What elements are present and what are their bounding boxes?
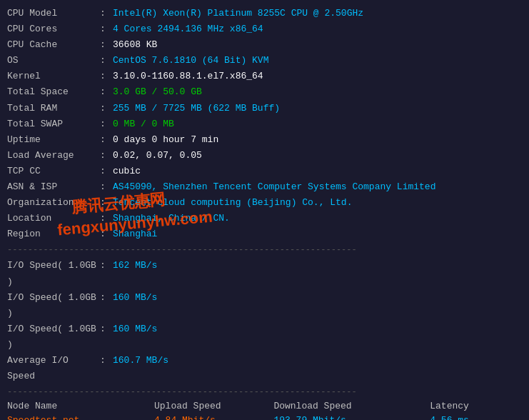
region-value: Shanghai xyxy=(113,226,522,242)
io1-value: 162 MB/s xyxy=(113,258,522,289)
uptime-label: Uptime xyxy=(7,132,100,148)
location-value: Shanghai, China / CN. xyxy=(113,211,522,226)
region-row: Region : Shanghai xyxy=(7,226,522,242)
total-space-label: Total Space xyxy=(7,84,100,100)
col-header-upload: Upload Speed xyxy=(154,400,273,412)
col-header-download: Download Speed xyxy=(273,400,430,412)
io2-row: I/O Speed( 1.0GB ) : 160 MB/s xyxy=(7,290,522,321)
cpu-cores-value: 4 Cores 2494.136 MHz x86_64 xyxy=(113,21,522,37)
tcp-cc-row: TCP CC : cubic xyxy=(7,164,522,179)
cpu-model-value: Intel(R) Xeon(R) Platinum 8255C CPU @ 2.… xyxy=(113,6,522,21)
io3-row: I/O Speed( 1.0GB ) : 160 MB/s xyxy=(7,321,522,353)
col-header-latency: Latency xyxy=(430,400,522,412)
table-row: Speedtest.net 4.84 Mbit/s 193.79 Mbit/s … xyxy=(7,412,522,420)
org-value: Tencent cloud computing (Beijing) Co., L… xyxy=(113,195,522,211)
asn-isp-row: ASN & ISP : AS45090, Shenzhen Tencent Co… xyxy=(7,179,522,195)
total-swap-value: 0 MB / 0 MB xyxy=(113,116,522,132)
cpu-cores-row: CPU Cores : 4 Cores 2494.136 MHz x86_64 xyxy=(7,21,522,37)
tcp-cc-label: TCP CC xyxy=(7,164,100,179)
upload-cell: 4.84 Mbit/s xyxy=(154,412,273,420)
io1-row: I/O Speed( 1.0GB ) : 162 MB/s xyxy=(7,258,522,289)
io1-label: I/O Speed( 1.0GB ) xyxy=(7,258,100,289)
region-label: Region xyxy=(7,226,100,242)
cpu-model-row: CPU Model : Intel(R) Xeon(R) Platinum 82… xyxy=(7,6,522,21)
total-ram-value: 255 MB / 7725 MB (622 MB Buff) xyxy=(113,101,522,116)
total-space-value: 3.0 GB / 50.0 GB xyxy=(113,84,522,100)
total-ram-label: Total RAM xyxy=(7,101,100,116)
uptime-row: Uptime : 0 days 0 hour 7 min xyxy=(7,132,522,148)
speed-section: Node Name Upload Speed Download Speed La… xyxy=(7,400,522,420)
io-avg-label: Average I/O Speed xyxy=(7,353,100,384)
io-section: I/O Speed( 1.0GB ) : 162 MB/s I/O Speed(… xyxy=(7,258,522,384)
load-avg-value: 0.02, 0.07, 0.05 xyxy=(113,148,522,164)
io3-label: I/O Speed( 1.0GB ) xyxy=(7,321,100,353)
load-avg-row: Load Average : 0.02, 0.07, 0.05 xyxy=(7,148,522,164)
cpu-cache-label: CPU Cache xyxy=(7,37,100,53)
cpu-model-label: CPU Model xyxy=(7,6,100,21)
tcp-cc-value: cubic xyxy=(113,164,522,179)
cpu-cache-value: 36608 KB xyxy=(113,37,522,53)
uptime-value: 0 days 0 hour 7 min xyxy=(113,132,522,148)
io2-label: I/O Speed( 1.0GB ) xyxy=(7,290,100,321)
io-avg-value: 160.7 MB/s xyxy=(113,353,522,384)
os-row: OS : CentOS 7.6.1810 (64 Bit) KVM xyxy=(7,53,522,69)
org-row: Organization : Tencent cloud computing (… xyxy=(7,195,522,211)
system-info: CPU Model : Intel(R) Xeon(R) Platinum 82… xyxy=(7,6,522,242)
total-space-row: Total Space : 3.0 GB / 50.0 GB xyxy=(7,84,522,100)
os-value: CentOS 7.6.1810 (64 Bit) KVM xyxy=(113,53,522,69)
divider-1: ----------------------------------------… xyxy=(7,245,522,255)
asn-isp-value: AS45090, Shenzhen Tencent Computer Syste… xyxy=(113,179,522,195)
asn-isp-label: ASN & ISP xyxy=(7,179,100,195)
cpu-cores-label: CPU Cores xyxy=(7,21,100,37)
cpu-cache-row: CPU Cache : 36608 KB xyxy=(7,37,522,53)
col-header-node: Node Name xyxy=(7,400,154,412)
kernel-row: Kernel : 3.10.0-1160.88.1.el7.x86_64 xyxy=(7,69,522,84)
latency-cell: 4.56 ms xyxy=(430,412,522,420)
location-row: Location : Shanghai, China / CN. xyxy=(7,211,522,226)
divider-2: ----------------------------------------… xyxy=(7,387,522,397)
download-cell: 193.79 Mbit/s xyxy=(273,412,430,420)
node-name-cell: Speedtest.net xyxy=(7,412,154,420)
io3-value: 160 MB/s xyxy=(113,321,522,353)
total-swap-row: Total SWAP : 0 MB / 0 MB xyxy=(7,116,522,132)
io-avg-row: Average I/O Speed : 160.7 MB/s xyxy=(7,353,522,384)
os-label: OS xyxy=(7,53,100,69)
total-ram-row: Total RAM : 255 MB / 7725 MB (622 MB Buf… xyxy=(7,101,522,116)
io2-value: 160 MB/s xyxy=(113,290,522,321)
speed-table: Node Name Upload Speed Download Speed La… xyxy=(7,400,522,420)
kernel-label: Kernel xyxy=(7,69,100,84)
kernel-value: 3.10.0-1160.88.1.el7.x86_64 xyxy=(113,69,522,84)
location-label: Location xyxy=(7,211,100,226)
colon-1: : xyxy=(100,6,113,21)
load-avg-label: Load Average xyxy=(7,148,100,164)
org-label: Organization xyxy=(7,195,100,211)
total-swap-label: Total SWAP xyxy=(7,116,100,132)
